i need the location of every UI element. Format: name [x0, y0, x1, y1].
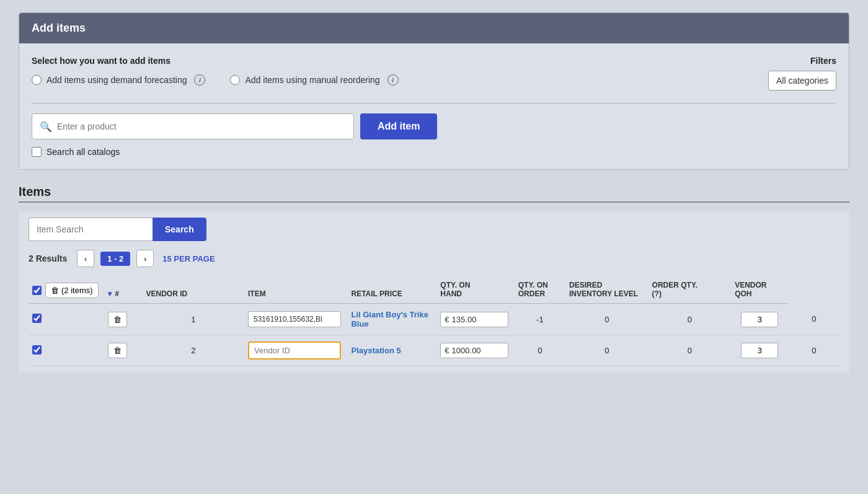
vendor-id-input-1[interactable] — [248, 342, 341, 359]
section-divider — [32, 103, 836, 104]
items-divider — [19, 201, 849, 203]
product-search-input[interactable] — [57, 121, 346, 131]
select-how-left: Select how you want to add items Add ite… — [32, 56, 725, 86]
row-order-qty[interactable] — [731, 335, 789, 366]
item-search-button[interactable]: Search — [153, 218, 206, 241]
sort-icon: ▾ — [108, 289, 112, 298]
add-items-section: Add items Select how you want to add ite… — [19, 12, 849, 170]
add-item-button[interactable]: Add item — [360, 113, 437, 139]
info-icon-demand[interactable]: i — [194, 74, 205, 86]
items-section: Items Search 2 Results ‹ 1 - 2 › 15 PER … — [19, 185, 849, 373]
radio-options: Add items using demand forecasting i Add… — [32, 74, 725, 86]
row-checkbox-cell — [29, 335, 104, 366]
row-num: 2 — [143, 335, 244, 366]
row-num: 1 — [143, 304, 244, 335]
table-header-row: 🗑 (2 items) ▾ # VENDOR ID — [29, 276, 839, 304]
price-wrap-1: € 1000.00 — [440, 343, 508, 358]
radio-demand-forecasting[interactable] — [32, 75, 42, 85]
order-qty-input-0[interactable] — [741, 312, 778, 327]
radio-option-demand[interactable]: Add items using demand forecasting i — [32, 74, 205, 86]
th-desired-inventory: DESIREDINVENTORY LEVEL — [565, 276, 649, 304]
row-retail-price: € 1000.00 — [436, 335, 514, 366]
th-vendor-qoh: VENDORQOH — [731, 276, 789, 304]
radio-option-manual[interactable]: Add items using manual reordering i — [230, 74, 398, 86]
filters-section: Filters All categories — [725, 56, 836, 90]
th-qty-on-order: QTY. ONORDER — [515, 276, 565, 304]
search-add-row: 🔍 Add item — [32, 113, 836, 139]
items-table: 🗑 (2 items) ▾ # VENDOR ID — [29, 276, 839, 366]
th-num: ▾ # — [104, 276, 143, 304]
th-item: ITEM — [244, 276, 348, 304]
select-all-checkbox[interactable] — [32, 286, 42, 295]
th-vendor-id: VENDOR ID — [143, 276, 244, 304]
vendor-id-static-0: 53161910,155632,Bl — [248, 311, 341, 327]
currency-symbol: € — [445, 346, 449, 355]
delete-row-button-1[interactable]: 🗑 — [108, 343, 127, 358]
row-qty-on-order: 0 — [565, 335, 649, 366]
row-retail-price: € 135.00 — [436, 304, 514, 335]
item-search-row: Search — [29, 218, 839, 241]
search-all-catalogs-label: Search all catalogs — [46, 147, 120, 157]
all-categories-button[interactable]: All categories — [768, 71, 836, 90]
order-qty-input-1[interactable] — [741, 343, 778, 358]
table-row: 🗑153161910,155632,BlLil Giant Boy's Trik… — [29, 304, 839, 335]
row-vendor-id: 53161910,155632,Bl — [244, 304, 348, 335]
row-item-name[interactable]: Lil Giant Boy's Trike Blue — [347, 304, 436, 335]
row-checkbox-0[interactable] — [32, 314, 42, 323]
item-link-0[interactable]: Lil Giant Boy's Trike Blue — [351, 310, 428, 329]
table-body: 🗑153161910,155632,BlLil Giant Boy's Trik… — [29, 304, 839, 366]
price-value-0: 135.00 — [452, 315, 477, 324]
select-how-title: Select how you want to add items — [32, 56, 725, 66]
add-items-title: Add items — [32, 22, 86, 34]
price-wrap-0: € 135.00 — [440, 312, 508, 327]
row-vendor-qoh: 0 — [789, 335, 839, 366]
trash-icon: 🗑 — [51, 286, 59, 295]
th-retail-price: RETAIL PRICE — [347, 276, 436, 304]
items-inner: Search 2 Results ‹ 1 - 2 › 15 PER PAGE — [19, 211, 849, 373]
items-section-title: Items — [19, 185, 849, 199]
pagination-row: 2 Results ‹ 1 - 2 › 15 PER PAGE — [29, 250, 839, 267]
filters-label: Filters — [725, 56, 836, 66]
th-qty-on-hand: QTY. ONHAND — [436, 276, 514, 304]
per-page-label[interactable]: 15 PER PAGE — [162, 254, 215, 263]
delete-selected-button[interactable]: 🗑 (2 items) — [45, 283, 99, 298]
row-desired-inventory: 0 — [649, 304, 732, 335]
prev-page-button[interactable]: ‹ — [77, 250, 94, 267]
radio-manual-label: Add items using manual reordering — [245, 75, 379, 85]
select-how-row: Select how you want to add items Add ite… — [32, 56, 836, 90]
row-vendor-qoh: 0 — [789, 304, 839, 335]
row-order-qty[interactable] — [731, 304, 789, 335]
product-search-wrap: 🔍 — [32, 113, 354, 139]
radio-manual-reordering[interactable] — [230, 75, 240, 85]
search-all-catalogs-checkbox[interactable] — [32, 147, 42, 157]
row-qty-on-hand: 0 — [515, 335, 565, 366]
th-hash: # — [115, 289, 119, 298]
delete-count-label: (2 items) — [61, 286, 93, 295]
row-checkbox-1[interactable] — [32, 345, 42, 355]
currency-symbol: € — [445, 315, 449, 324]
page-indicator: 1 - 2 — [100, 252, 130, 266]
next-page-button[interactable]: › — [136, 250, 154, 267]
results-count: 2 Results — [29, 254, 67, 263]
row-delete-cell: 🗑 — [104, 304, 143, 335]
row-qty-on-order: 0 — [565, 304, 649, 335]
item-search-input[interactable] — [29, 218, 153, 241]
add-items-header: Add items — [19, 13, 849, 43]
table-row: 🗑2Playstation 5 € 1000.00 0000 — [29, 335, 839, 366]
delete-row-button-0[interactable]: 🗑 — [108, 312, 127, 327]
price-value-1: 1000.00 — [452, 346, 481, 355]
row-checkbox-cell — [29, 304, 104, 335]
info-icon-manual[interactable]: i — [388, 74, 399, 86]
row-qty-on-hand: -1 — [515, 304, 565, 335]
radio-demand-label: Add items using demand forecasting — [46, 75, 187, 85]
main-container: Add items Select how you want to add ite… — [0, 0, 868, 494]
item-link-1[interactable]: Playstation 5 — [351, 346, 401, 355]
th-checkbox: 🗑 (2 items) — [29, 276, 104, 304]
add-items-body: Select how you want to add items Add ite… — [19, 43, 849, 169]
row-item-name[interactable]: Playstation 5 — [347, 335, 436, 366]
th-order-qty: ORDER QTY.(?) — [649, 276, 732, 304]
search-all-catalogs-row: Search all catalogs — [32, 147, 836, 157]
row-delete-cell: 🗑 — [104, 335, 143, 366]
row-vendor-id[interactable] — [244, 335, 348, 366]
search-icon: 🔍 — [40, 121, 52, 133]
